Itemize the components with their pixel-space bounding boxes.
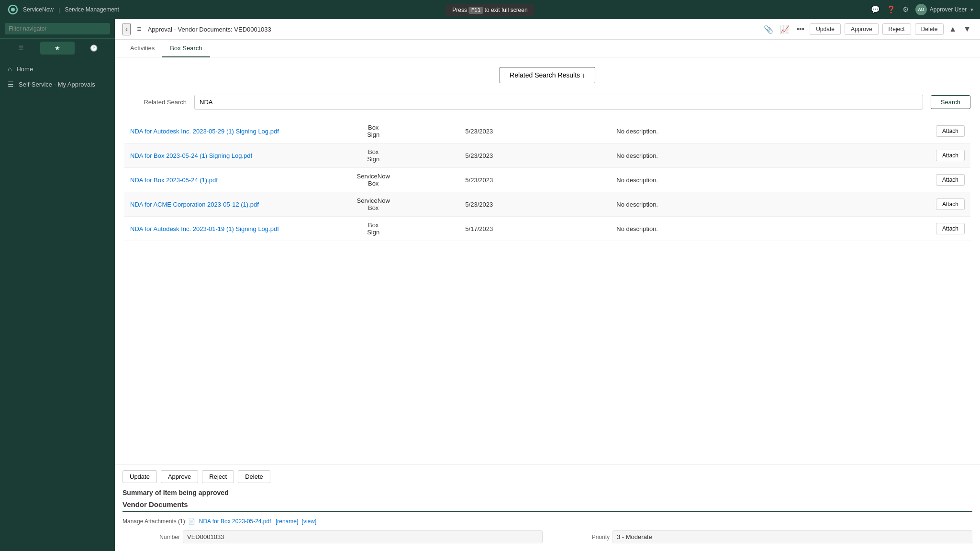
- avatar: AU: [915, 4, 927, 15]
- view-link[interactable]: [view]: [302, 518, 317, 525]
- scroll-down-button[interactable]: ▼: [962, 23, 972, 35]
- description-cell: No description.: [611, 192, 815, 217]
- help-icon[interactable]: ❓: [887, 5, 896, 14]
- number-input[interactable]: [183, 530, 543, 543]
- hamburger-menu-button[interactable]: ≡: [135, 23, 143, 35]
- related-search-results-button[interactable]: Related Search Results ↓: [500, 67, 595, 83]
- file-link[interactable]: NDA for Box 2023-05-24 (1).pdf: [130, 176, 218, 184]
- date-cell: 5/23/2023: [459, 168, 611, 192]
- form-tabs: Activities Box Search: [115, 40, 980, 57]
- sidebar-item-home-label: Home: [16, 66, 33, 73]
- attach-button[interactable]: Attach: [936, 174, 965, 186]
- description-cell: No description.: [611, 143, 815, 168]
- sidebar-tab-history[interactable]: 🕐: [77, 42, 111, 55]
- approve-button-header[interactable]: Approve: [845, 23, 879, 35]
- attachment-icon-button[interactable]: 📎: [762, 23, 775, 35]
- attach-cell: Attach: [815, 168, 970, 192]
- user-area[interactable]: AU Approver User ▼: [915, 4, 974, 15]
- scroll-up-button[interactable]: ▲: [947, 23, 958, 35]
- svg-point-1: [11, 8, 15, 11]
- summary-section: Summary of Item being approved Vendor Do…: [115, 489, 980, 551]
- description-cell: No description.: [611, 119, 815, 143]
- form-header: ‹ ≡ Approval - Vendor Documents: VED0001…: [115, 19, 980, 40]
- sidebar-tab-favorites[interactable]: ★: [40, 42, 75, 55]
- tab-box-search[interactable]: Box Search: [162, 40, 210, 57]
- servicenow-logo-icon: [6, 4, 20, 15]
- back-button[interactable]: ‹: [122, 23, 131, 35]
- delete-button-header[interactable]: Delete: [915, 23, 944, 35]
- pdf-icon: 📄: [188, 518, 195, 525]
- table-row: NDA for Box 2023-05-24 (1) Signing Log.p…: [124, 143, 970, 168]
- sidebar: ☰ ★ 🕐 ⌂ Home ☰ Self-Service - My Approva…: [0, 19, 115, 551]
- more-options-button[interactable]: •••: [795, 23, 806, 35]
- home-icon: ⌂: [8, 65, 11, 73]
- fullscreen-tooltip: Press F11 to exit full screen: [445, 4, 534, 16]
- sidebar-nav: ⌂ Home ☰ Self-Service - My Approvals: [0, 57, 115, 96]
- attach-cell: Attach: [815, 143, 970, 168]
- delete-button-bottom[interactable]: Delete: [238, 470, 270, 483]
- star-icon: ★: [55, 44, 60, 52]
- reject-button-header[interactable]: Reject: [882, 23, 911, 35]
- description-cell: No description.: [611, 168, 815, 192]
- summary-title: Summary of Item being approved: [122, 489, 972, 496]
- description-cell: No description.: [611, 217, 815, 241]
- table-row: NDA for Autodesk Inc. 2023-01-19 (1) Sig…: [124, 217, 970, 241]
- file-link[interactable]: NDA for Autodesk Inc. 2023-01-19 (1) Sig…: [130, 225, 279, 232]
- history-icon: 🕐: [90, 44, 98, 52]
- reject-button-bottom[interactable]: Reject: [202, 470, 234, 483]
- tab-activities[interactable]: Activities: [122, 40, 162, 57]
- update-button-header[interactable]: Update: [810, 23, 841, 35]
- filter-navigator-input[interactable]: [5, 23, 110, 34]
- sidebar-filter: [0, 19, 115, 39]
- bottom-actions: Update Approve Reject Delete: [115, 464, 980, 489]
- related-search-label: Related Search: [124, 99, 187, 106]
- file-link[interactable]: NDA for Autodesk Inc. 2023-05-29 (1) Sig…: [130, 128, 279, 135]
- content-area: ‹ ≡ Approval - Vendor Documents: VED0001…: [115, 19, 980, 551]
- attach-button[interactable]: Attach: [936, 125, 965, 137]
- tab-content-box-search: Related Search Results ↓ Related Search …: [115, 57, 980, 464]
- search-input[interactable]: [194, 95, 923, 110]
- activity-icon-button[interactable]: 📈: [779, 23, 791, 35]
- search-button[interactable]: Search: [931, 95, 970, 109]
- search-row: Related Search Search: [124, 95, 970, 110]
- list-icon: ☰: [8, 80, 14, 88]
- source-cell: ServiceNow Box: [287, 192, 459, 217]
- file-link[interactable]: NDA for ACME Corporation 2023-05-12 (1).…: [130, 201, 259, 208]
- top-nav: ServiceNow | Service Management Press F1…: [0, 0, 980, 19]
- sidebar-tab-list[interactable]: ☰: [4, 42, 38, 55]
- username-label: Approver User: [930, 6, 967, 13]
- app-body: ☰ ★ 🕐 ⌂ Home ☰ Self-Service - My Approva…: [0, 19, 980, 551]
- nav-icons: 💬 ❓ ⚙ AU Approver User ▼: [871, 4, 974, 15]
- logo: ServiceNow | Service Management: [6, 4, 119, 15]
- form-title: Approval - Vendor Documents: VED0001033: [148, 26, 758, 33]
- source-cell: Box Sign: [287, 217, 459, 241]
- table-row: NDA for Autodesk Inc. 2023-05-29 (1) Sig…: [124, 119, 970, 143]
- attach-button[interactable]: Attach: [936, 150, 965, 161]
- attach-cell: Attach: [815, 119, 970, 143]
- settings-icon[interactable]: ⚙: [902, 5, 909, 14]
- attach-button[interactable]: Attach: [936, 198, 965, 210]
- list-icon: ☰: [18, 44, 24, 52]
- related-search-header: Related Search Results ↓: [124, 67, 970, 83]
- date-cell: 5/23/2023: [459, 192, 611, 217]
- related-search-results-label: Related Search Results ↓: [510, 71, 585, 79]
- rename-link[interactable]: [rename]: [276, 518, 298, 525]
- manage-attachments: Manage Attachments (1): 📄 NDA for Box 20…: [122, 518, 972, 525]
- attach-button[interactable]: Attach: [936, 223, 965, 234]
- attachment-file-link[interactable]: NDA for Box 2023-05-24.pdf: [199, 518, 271, 525]
- sidebar-item-self-service[interactable]: ☰ Self-Service - My Approvals: [0, 77, 115, 92]
- date-cell: 5/23/2023: [459, 143, 611, 168]
- update-button-bottom[interactable]: Update: [122, 470, 157, 483]
- section-title: Vendor Documents: [122, 500, 972, 512]
- app-name: Service Management: [65, 6, 119, 13]
- logo-text: ServiceNow: [23, 6, 54, 13]
- sidebar-item-home[interactable]: ⌂ Home: [0, 61, 115, 77]
- form-fields: Number Priority: [122, 530, 972, 543]
- file-link[interactable]: NDA for Box 2023-05-24 (1) Signing Log.p…: [130, 152, 252, 159]
- attach-cell: Attach: [815, 192, 970, 217]
- priority-label: Priority: [552, 534, 610, 540]
- priority-input[interactable]: [612, 530, 972, 543]
- date-cell: 5/17/2023: [459, 217, 611, 241]
- approve-button-bottom[interactable]: Approve: [161, 470, 198, 483]
- chat-icon[interactable]: 💬: [871, 5, 880, 14]
